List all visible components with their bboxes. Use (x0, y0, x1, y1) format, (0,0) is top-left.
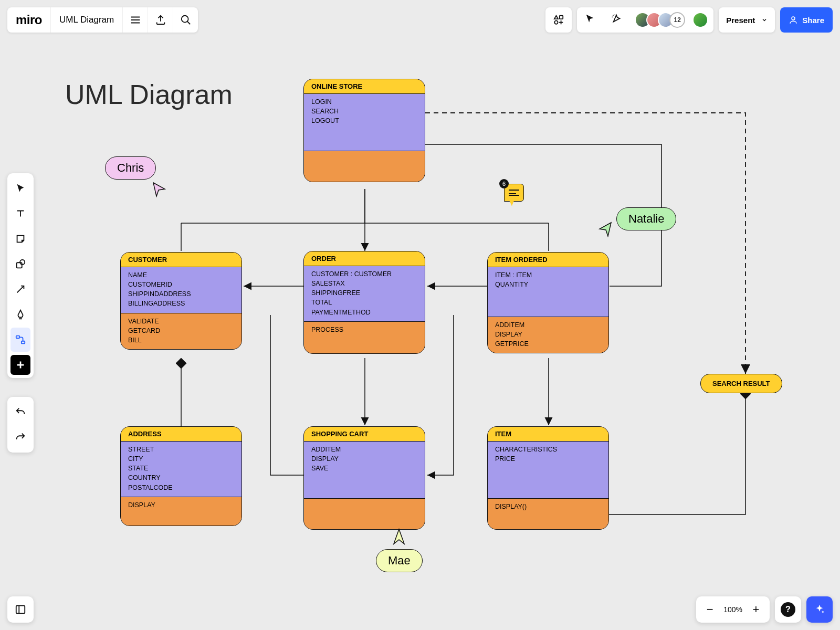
cursor-icon (392, 528, 406, 546)
ai-button[interactable] (806, 596, 833, 623)
cursor-icon (597, 222, 613, 237)
uml-title: ORDER (304, 251, 425, 266)
uml-attrs: STREET CITY STATE COUNTRY POSTALCODE (121, 441, 242, 497)
uml-attrs: CHARACTERISTICS PRICE (488, 441, 608, 499)
uml-address[interactable]: ADDRESS STREET CITY STATE COUNTRY POSTAL… (120, 426, 242, 526)
cursor-icon (152, 182, 168, 197)
user-label: Mae (376, 549, 423, 572)
uml-title: SHOPPING CART (304, 427, 425, 441)
user-mae: Mae (376, 528, 423, 572)
zoom-out-button[interactable]: − (700, 600, 719, 619)
comment-icon[interactable]: 6 (504, 184, 524, 202)
uml-ops (304, 499, 425, 529)
help-button[interactable]: ? (775, 596, 801, 623)
uml-title: CUSTOMER (121, 253, 242, 267)
uml-item[interactable]: ITEM CHARACTERISTICS PRICE DISPLAY() (487, 426, 609, 530)
uml-search-result[interactable]: SEARCH RESULT (700, 374, 782, 393)
comment-count: 6 (499, 179, 509, 188)
user-label: Chris (105, 156, 156, 180)
page-title: UML Diagram (65, 79, 233, 110)
uml-customer[interactable]: CUSTOMER NAME CUSTOMERID SHIPPINDADDRESS… (120, 252, 242, 350)
uml-attrs: LOGIN SEARCH LOGOUT (304, 93, 425, 151)
user-natalie: Natalie (597, 201, 676, 237)
user-chris: Chris (105, 156, 168, 197)
zoom-control: − 100% + (696, 596, 770, 623)
uml-order[interactable]: ORDER CUSTOMER : CUSTOMER SALESTAX SHIPP… (303, 251, 425, 354)
canvas[interactable]: UML Diagram ONLINE STORE LOGIN SEARCH LO… (0, 0, 840, 630)
uml-shopping-cart[interactable]: SHOPPING CART ADDITEM DISPLAY SAVE (303, 426, 425, 530)
uml-ops: PROCESS (304, 322, 425, 353)
uml-ops: DISPLAY() (488, 499, 608, 529)
uml-title: ADDRESS (121, 427, 242, 441)
uml-online-store[interactable]: ONLINE STORE LOGIN SEARCH LOGOUT (303, 79, 425, 182)
user-label: Natalie (616, 207, 676, 230)
uml-ops (304, 151, 425, 182)
uml-attrs: ITEM : ITEM QUANTITY (488, 267, 608, 317)
uml-ops: VALIDATE GETCARD BILL (121, 313, 242, 349)
uml-attrs: ADDITEM DISPLAY SAVE (304, 441, 425, 499)
svg-rect-8 (16, 606, 25, 614)
uml-title: ITEM ORDERED (488, 253, 608, 267)
uml-title: ITEM (488, 427, 608, 441)
uml-ops: DISPLAY (121, 497, 242, 526)
uml-title: ONLINE STORE (304, 79, 425, 93)
zoom-label[interactable]: 100% (719, 605, 747, 614)
bottom-right-controls: − 100% + ? (696, 596, 833, 623)
uml-attrs: NAME CUSTOMERID SHIPPINDADDRESS BILLINGA… (121, 267, 242, 313)
zoom-in-button[interactable]: + (747, 600, 765, 619)
uml-item-ordered[interactable]: ITEM ORDERED ITEM : ITEM QUANTITY ADDITE… (487, 252, 609, 353)
uml-ops: ADDITEM DISPLAY GETPRICE (488, 317, 608, 353)
uml-attrs: CUSTOMER : CUSTOMER SALESTAX SHIPPINGFRE… (304, 266, 425, 322)
frames-panel-button[interactable] (7, 596, 34, 623)
